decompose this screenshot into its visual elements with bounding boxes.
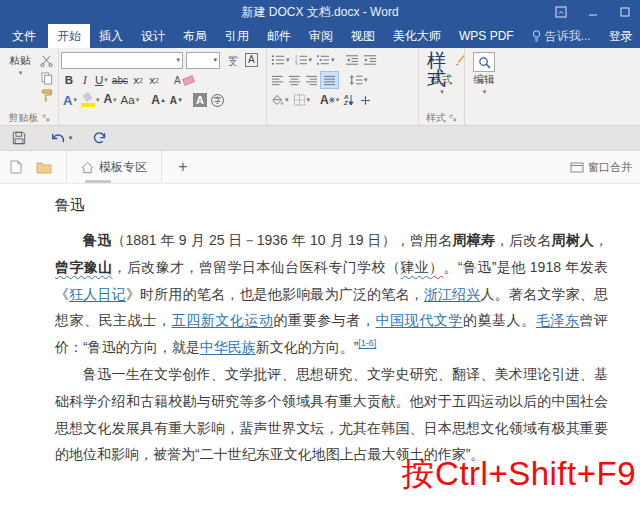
hyperlink[interactable]: 狂人日记	[69, 286, 126, 302]
edit-button[interactable]: 编辑 ▾	[467, 50, 501, 110]
tab-view[interactable]: 视图	[342, 24, 384, 48]
clear-formatting-button[interactable]: A	[172, 71, 196, 89]
tab-design[interactable]: 设计	[132, 24, 174, 48]
tab-review[interactable]: 审阅	[300, 24, 342, 48]
styles-group-label: 样式	[421, 110, 462, 125]
font-color-button[interactable]: A▾	[101, 91, 118, 109]
copy-button[interactable]	[38, 71, 55, 85]
text-run: ，后改豫才，曾留学日本仙台医科专门学校（	[113, 259, 401, 275]
bold-button[interactable]: B	[61, 71, 77, 89]
save-button[interactable]	[6, 128, 32, 148]
tab-references[interactable]: 引用	[216, 24, 258, 48]
text-run: 新文化的方向。”	[256, 339, 359, 355]
line-spacing-button[interactable]: ▾	[347, 71, 370, 89]
new-tab-button[interactable]: +	[170, 155, 196, 179]
eraser-icon	[182, 75, 195, 86]
phonetic-guide-button[interactable]: wén 文	[225, 51, 241, 69]
copy-icon	[41, 72, 53, 85]
enclose-characters-button[interactable]: 字	[209, 91, 226, 109]
maximize-icon[interactable]	[616, 4, 634, 20]
change-case-button[interactable]: Aa▾	[119, 91, 142, 109]
minimize-icon[interactable]	[584, 4, 602, 20]
align-left-button[interactable]	[269, 71, 286, 89]
increase-indent-button[interactable]	[361, 51, 379, 69]
tab-insert[interactable]: 插入	[90, 24, 132, 48]
text-run: （1881 年 9 月 25 日－1936 年 10 月 19 日），曾用名	[111, 232, 452, 248]
shading-button[interactable]: ▾	[269, 91, 291, 109]
align-center-button[interactable]	[286, 71, 303, 89]
bullets-button[interactable]: ▾	[269, 51, 292, 69]
ribbon-group-paragraph: ▾ 123▾ ▾	[266, 48, 418, 125]
tab-beautify-master[interactable]: 美化大师	[384, 24, 450, 48]
shrink-font-button[interactable]: A▼	[168, 91, 185, 109]
multilevel-list-button[interactable]: ▾	[314, 51, 337, 69]
grow-font-button[interactable]: A▲	[149, 91, 168, 109]
font-name-combobox[interactable]: ▾	[61, 52, 183, 69]
sparkle-icon	[329, 97, 335, 103]
tab-underline	[85, 180, 111, 183]
tell-me-box[interactable]: 告诉我...	[523, 24, 600, 48]
template-zone-tab[interactable]: 模板专区	[66, 151, 162, 183]
ribbon-display-options-icon[interactable]	[552, 4, 570, 20]
svg-text:3: 3	[294, 61, 297, 66]
cut-button[interactable]	[38, 54, 55, 68]
character-shading-button[interactable]: A	[191, 91, 209, 109]
dialog-launcher-icon[interactable]	[42, 114, 50, 122]
justify-button[interactable]	[320, 71, 339, 89]
align-right-button[interactable]	[303, 71, 320, 89]
sign-in-button[interactable]: 登录	[600, 24, 640, 48]
paste-button[interactable]: 粘贴 ▾	[2, 50, 38, 68]
new-document-button[interactable]	[4, 155, 28, 179]
redo-button[interactable]	[86, 128, 112, 148]
styles-button[interactable]: 样式 样式 ▾	[421, 50, 462, 110]
bullet-list-icon	[271, 54, 285, 66]
dialog-launcher-icon[interactable]	[449, 114, 457, 122]
window-controls	[552, 0, 638, 24]
redo-icon	[92, 131, 107, 145]
borders-button[interactable]: ▾	[291, 91, 313, 109]
highlight-button[interactable]: ▾	[79, 91, 102, 109]
ribbon: 粘贴 ▾ 剪贴板	[0, 48, 640, 126]
styles-a-icon: 样式	[427, 52, 456, 72]
hyperlink[interactable]: 五四新文化运动	[172, 312, 274, 328]
numbered-list-icon: 123	[294, 54, 308, 66]
hyperlink[interactable]: 浙江绍兴	[424, 286, 481, 302]
superscript-button[interactable]: x2	[146, 71, 162, 89]
strikethrough-button[interactable]: abc	[110, 71, 130, 89]
highlighter-icon	[81, 93, 95, 107]
tab-layout[interactable]: 布局	[174, 24, 216, 48]
arrow-down-icon	[348, 95, 354, 106]
numbering-button[interactable]: 123▾	[292, 51, 315, 69]
quick-access-toolbar: ▾	[0, 126, 640, 151]
undo-button[interactable]: ▾	[48, 128, 74, 148]
scissors-icon	[40, 55, 53, 67]
italic-button[interactable]: I	[77, 71, 93, 89]
hyperlink[interactable]: 中华民族	[200, 339, 256, 355]
ribbon-empty-area	[510, 48, 640, 125]
tab-file[interactable]: 文件	[0, 24, 48, 48]
subscript-button[interactable]: x2	[130, 71, 146, 89]
chevron-down-icon: ▾	[69, 134, 73, 142]
underline-button[interactable]: U▾	[93, 71, 110, 89]
tab-mailings[interactable]: 邮件	[258, 24, 300, 48]
hyperlink[interactable]: 毛泽东	[536, 312, 580, 328]
format-painter-button[interactable]	[38, 88, 55, 102]
text-run: 的重要参与者，	[274, 312, 376, 328]
tab-home[interactable]: 开始	[48, 24, 90, 48]
show-marks-button[interactable]	[357, 91, 373, 109]
hyperlink[interactable]: 中国现代文学	[376, 312, 463, 328]
decrease-indent-button[interactable]	[343, 51, 361, 69]
tab-wps-pdf[interactable]: WPS PDF	[450, 24, 523, 48]
ribbon-tab-bar: 文件 开始 插入 设计 布局 引用 邮件 审阅 视图 美化大师 WPS PDF …	[0, 24, 640, 48]
asian-layout-button[interactable]: A ▾	[318, 91, 341, 109]
text-run: ，	[594, 232, 608, 248]
window-title: 新建 DOCX 文档.docx - Word	[0, 4, 640, 21]
hyperlink[interactable]: [1-6]	[358, 338, 376, 348]
open-folder-button[interactable]	[32, 155, 56, 179]
text-effects-button[interactable]: A▾	[61, 91, 79, 109]
sort-button[interactable]: AZ	[341, 91, 357, 109]
character-border-button[interactable]: A	[243, 51, 260, 69]
font-size-combobox[interactable]: ▾	[186, 52, 220, 69]
merge-windows-button[interactable]: 窗口合并	[570, 160, 640, 175]
chevron-down-icon: ▾	[19, 69, 23, 77]
